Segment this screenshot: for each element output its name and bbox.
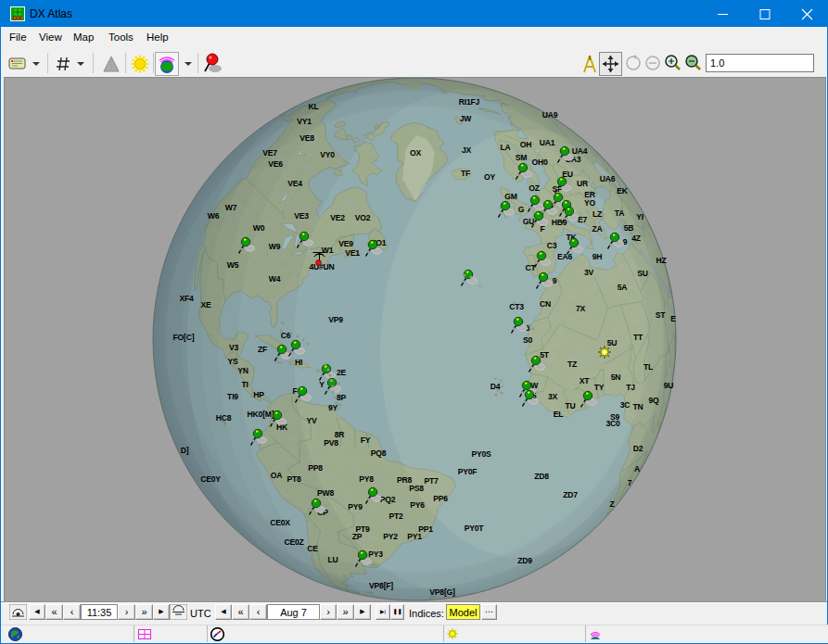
svg-text:W4: W4	[269, 274, 281, 284]
svg-text:D]: D]	[181, 446, 189, 455]
svg-text:E7: E7	[578, 215, 588, 224]
svg-text:TA: TA	[615, 208, 624, 218]
svg-text:TI: TI	[241, 380, 248, 389]
svg-text:PT2: PT2	[389, 511, 403, 521]
svg-text:3C0: 3C0	[605, 419, 620, 428]
svg-text:UR: UR	[577, 179, 589, 188]
svg-text:JX: JX	[462, 145, 472, 155]
svg-text:PY3: PY3	[368, 549, 383, 559]
svg-text:G: G	[518, 205, 525, 214]
svg-text:PQ2: PQ2	[380, 495, 396, 504]
svg-text:PT8: PT8	[287, 474, 301, 484]
svg-text:PW8: PW8	[317, 488, 334, 498]
svg-text:LU: LU	[327, 555, 338, 564]
svg-text:W6: W6	[208, 211, 220, 221]
svg-text:XF4: XF4	[179, 294, 194, 303]
svg-text:ZD9: ZD9	[517, 556, 532, 565]
svg-text:PY0S: PY0S	[471, 449, 491, 459]
svg-text:YV: YV	[306, 416, 317, 425]
svg-text:5U: 5U	[607, 338, 618, 347]
svg-text:TF: TF	[461, 169, 470, 178]
svg-text:5T: 5T	[540, 350, 550, 360]
svg-text:FO[C]: FO[C]	[173, 333, 195, 342]
svg-text:TU: TU	[565, 401, 575, 410]
svg-text:FY: FY	[361, 436, 371, 445]
svg-text:VE2: VE2	[330, 213, 345, 222]
svg-text:Z: Z	[609, 499, 614, 509]
svg-text:OH: OH	[520, 140, 532, 149]
svg-text:9: 9	[623, 237, 628, 246]
svg-text:OZ: OZ	[529, 183, 540, 193]
svg-text:PY9: PY9	[348, 502, 363, 511]
svg-text:HP: HP	[253, 390, 264, 399]
svg-text:DX: DX	[13, 14, 24, 22]
svg-text:VO2: VO2	[355, 213, 371, 222]
svg-text:VE1: VE1	[345, 248, 360, 258]
svg-text:ST: ST	[656, 310, 667, 320]
svg-text:HI: HI	[295, 358, 302, 367]
svg-text:4Z: 4Z	[631, 234, 641, 243]
svg-text:PP8: PP8	[308, 463, 323, 473]
svg-text:OX: OX	[410, 148, 421, 158]
svg-text:PT7: PT7	[424, 476, 439, 486]
svg-text:PP1: PP1	[418, 524, 433, 534]
svg-text:CE0Z: CE0Z	[284, 537, 303, 547]
svg-text:GU: GU	[523, 217, 535, 226]
svg-text:9Q: 9Q	[648, 396, 659, 405]
svg-text:D2: D2	[633, 444, 643, 453]
svg-text:PS8: PS8	[409, 484, 424, 493]
svg-text:PY2: PY2	[383, 532, 398, 541]
svg-text:F: F	[540, 224, 544, 234]
svg-text:OA: OA	[271, 471, 283, 480]
svg-text:VE4: VE4	[287, 179, 302, 188]
svg-text:TT: TT	[633, 333, 643, 342]
svg-text:UA1: UA1	[540, 138, 555, 147]
svg-text:TJ: TJ	[626, 383, 635, 392]
svg-text:3C: 3C	[620, 400, 631, 410]
svg-text:XT: XT	[580, 376, 591, 385]
svg-text:W9: W9	[269, 242, 281, 251]
svg-text:VP9: VP9	[328, 315, 343, 324]
svg-text:SM: SM	[516, 153, 528, 162]
svg-text:W0: W0	[253, 223, 265, 233]
svg-text:PQ8: PQ8	[371, 448, 387, 458]
svg-text:UA9: UA9	[542, 110, 558, 120]
svg-text:TY: TY	[594, 383, 605, 392]
svg-text:W7: W7	[225, 203, 237, 212]
svg-text:SU: SU	[637, 269, 648, 278]
svg-text:PV8: PV8	[324, 438, 338, 448]
svg-text:7: 7	[628, 478, 632, 487]
svg-text:VY0: VY0	[320, 150, 335, 159]
svg-text:9H: 9H	[592, 252, 603, 261]
svg-text:W5: W5	[227, 260, 239, 270]
svg-text:OY: OY	[484, 172, 495, 182]
svg-text:VP8[G]: VP8[G]	[429, 587, 455, 597]
svg-text:PY0F: PY0F	[458, 467, 478, 476]
svg-text:5A: 5A	[618, 283, 628, 292]
svg-text:PY0T: PY0T	[465, 524, 485, 533]
svg-text:HC8: HC8	[216, 413, 232, 423]
svg-text:E: E	[670, 314, 676, 323]
svg-text:LZ: LZ	[592, 209, 602, 219]
svg-text:VE6: VE6	[268, 159, 283, 169]
svg-text:CT: CT	[525, 263, 536, 272]
svg-text:UA6: UA6	[600, 174, 616, 183]
svg-text:A: A	[634, 464, 640, 474]
svg-text:YN: YN	[237, 366, 248, 375]
svg-text:S0: S0	[523, 335, 533, 345]
svg-text:EA6: EA6	[557, 252, 573, 261]
svg-text:ZA: ZA	[592, 224, 602, 234]
svg-text:LA: LA	[500, 143, 510, 152]
svg-text:VP8[F]: VP8[F]	[369, 581, 393, 590]
svg-text:Y: Y	[319, 380, 325, 389]
svg-text:C3: C3	[547, 241, 557, 250]
svg-text:PY6: PY6	[410, 500, 425, 510]
svg-text:4U#UN: 4U#UN	[309, 262, 334, 271]
svg-text:ZF: ZF	[258, 345, 267, 354]
svg-text:CN: CN	[540, 299, 551, 309]
svg-text:F: F	[292, 386, 297, 396]
svg-text:YS: YS	[227, 357, 238, 366]
svg-text:EL: EL	[554, 410, 564, 419]
svg-text:W1: W1	[322, 246, 334, 255]
svg-text:YI: YI	[636, 212, 643, 221]
